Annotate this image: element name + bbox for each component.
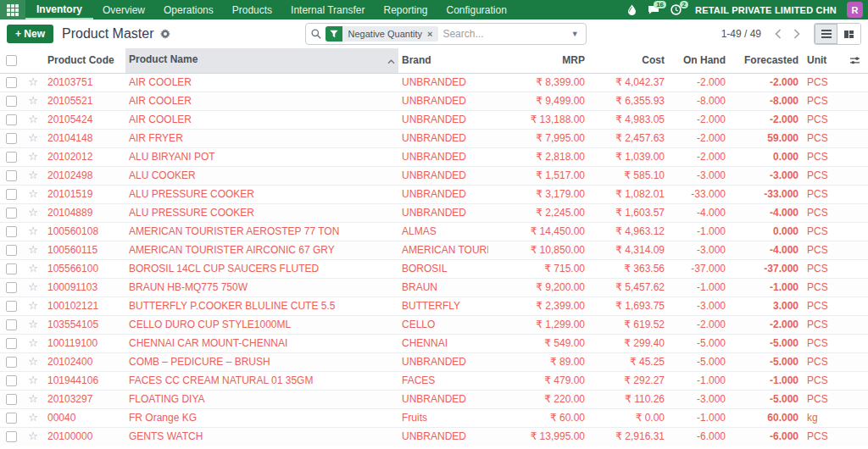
row-select-cell[interactable] [0,427,22,446]
star-icon[interactable]: ☆ [28,374,38,386]
cell-on-hand[interactable]: -2.000 [670,110,731,129]
row-favorite-cell[interactable]: ☆ [22,222,44,241]
table-row[interactable]: ☆20104889ALU PRESSURE COOKERUNBRANDED₹ 2… [0,203,868,222]
star-icon[interactable]: ☆ [28,336,38,349]
cell-mrp[interactable]: ₹ 7,995.00 [488,129,590,147]
menu-configuration[interactable]: Configuration [437,0,516,19]
row-select-cell[interactable] [0,222,22,241]
cell-product-code[interactable]: 20104148 [44,129,125,147]
cell-on-hand[interactable]: -1.000 [670,371,731,390]
row-select-cell[interactable] [0,297,22,315]
cell-forecasted[interactable]: -33.000 [731,185,804,203]
row-checkbox[interactable] [6,133,17,144]
cell-product-name[interactable]: BRAUN HB-MQ775 750W [125,278,398,297]
cell-forecasted[interactable]: -6.000 [731,427,804,446]
cell-forecasted[interactable]: -2.000 [731,73,804,91]
table-row[interactable]: ☆103554105CELLO DURO CUP STYLE1000MLCELL… [0,315,868,334]
row-select-cell[interactable] [0,185,22,203]
cell-forecasted[interactable]: -1.000 [731,371,804,390]
cell-unit[interactable]: PCS [804,297,841,315]
cell-unit[interactable]: PCS [804,166,841,185]
search-input[interactable] [442,28,565,40]
cell-brand[interactable]: CELLO [398,315,488,334]
cell-cost[interactable]: ₹ 5,457.62 [590,278,670,297]
row-checkbox[interactable] [6,319,17,330]
cell-on-hand[interactable]: -3.000 [670,297,731,315]
star-icon[interactable]: ☆ [28,94,38,107]
cell-product-code[interactable]: 20101519 [44,185,125,203]
row-checkbox[interactable] [6,245,17,256]
row-checkbox[interactable] [6,189,17,200]
row-favorite-cell[interactable]: ☆ [22,352,44,371]
cell-brand[interactable]: UNBRANDED [398,203,488,222]
cell-brand[interactable]: UNBRANDED [398,185,488,203]
cell-brand[interactable]: FACES [398,371,488,390]
row-checkbox[interactable] [6,96,17,107]
star-icon[interactable]: ☆ [28,318,38,330]
cell-unit[interactable]: PCS [804,129,841,147]
cell-on-hand[interactable]: -3.000 [670,390,731,408]
cell-product-code[interactable]: 100560108 [44,222,125,241]
cell-on-hand[interactable]: -5.000 [670,352,731,371]
column-header-brand[interactable]: Brand [398,48,488,73]
cell-mrp[interactable]: ₹ 9,499.00 [488,91,590,110]
cell-forecasted[interactable]: -4.000 [731,203,804,222]
cell-product-code[interactable]: 20104889 [44,203,125,222]
cell-mrp[interactable]: ₹ 220.00 [488,390,590,408]
cell-brand[interactable]: UNBRANDED [398,147,488,166]
cell-mrp[interactable]: ₹ 1,517.00 [488,166,590,185]
cell-unit[interactable]: PCS [804,110,841,129]
cell-cost[interactable]: ₹ 0.00 [590,408,670,427]
cell-mrp[interactable]: ₹ 10,850.00 [488,241,590,259]
row-favorite-cell[interactable]: ☆ [22,91,44,110]
row-favorite-cell[interactable]: ☆ [22,408,44,427]
table-row[interactable]: ☆20103751AIR COOLERUNBRANDED₹ 8,399.00₹ … [0,73,868,91]
cell-forecasted[interactable]: 3.000 [731,297,804,315]
cell-product-name[interactable]: ALU PRESSURE COOKER [125,203,398,222]
cell-on-hand[interactable]: -1.000 [670,408,731,427]
kanban-view-button[interactable] [837,24,860,44]
cell-brand[interactable]: CHENNAI [398,334,488,352]
cell-cost[interactable]: ₹ 4,314.09 [590,241,670,259]
star-icon[interactable]: ☆ [28,206,38,219]
star-icon[interactable]: ☆ [28,262,38,274]
cell-product-name[interactable]: CELLO DURO CUP STYLE1000ML [125,315,398,334]
table-row[interactable]: ☆20103297FLOATING DIYAUNBRANDED₹ 220.00₹… [0,390,868,408]
row-checkbox[interactable] [6,77,17,88]
menu-reporting[interactable]: Reporting [374,0,437,19]
column-header-forecasted[interactable]: Forecasted [731,48,804,73]
cell-on-hand[interactable]: -2.000 [670,315,731,334]
row-select-cell[interactable] [0,352,22,371]
cell-mrp[interactable]: ₹ 479.00 [488,371,590,390]
star-icon[interactable]: ☆ [28,169,38,181]
cell-product-code[interactable]: 100091103 [44,278,125,297]
cell-on-hand[interactable]: -33.000 [670,185,731,203]
cell-cost[interactable]: ₹ 1,039.00 [590,147,670,166]
optional-columns-header[interactable] [841,48,868,73]
cell-brand[interactable]: Fruits [398,408,488,427]
cell-on-hand[interactable]: -4.000 [670,203,731,222]
cell-cost[interactable]: ₹ 6,355.93 [590,91,670,110]
star-icon[interactable]: ☆ [28,411,38,424]
column-header-unit[interactable]: Unit [804,48,841,73]
cell-on-hand[interactable]: -2.000 [670,147,731,166]
cell-product-name[interactable]: ALU COOKER [125,166,398,185]
table-row[interactable]: ☆100119100CHENNAI CAR MOUNT-CHENNAICHENN… [0,334,868,352]
apps-menu-button[interactable] [0,0,25,19]
cell-brand[interactable]: UNBRANDED [398,427,488,446]
cell-product-name[interactable]: ALU BIRYANI POT [125,147,398,166]
cell-product-name[interactable]: CHENNAI CAR MOUNT-CHENNAI [125,334,398,352]
cell-unit[interactable]: PCS [804,427,841,446]
table-row[interactable]: ☆100560108AMERICAN TOURISTER AEROSTEP 77… [0,222,868,241]
cell-product-name[interactable]: AIR COOLER [125,91,398,110]
cell-forecasted[interactable]: 60.000 [731,408,804,427]
cell-on-hand[interactable]: -8.000 [670,91,731,110]
row-favorite-cell[interactable]: ☆ [22,166,44,185]
star-icon[interactable]: ☆ [28,131,38,144]
cell-on-hand[interactable]: -3.000 [670,241,731,259]
row-checkbox[interactable] [6,301,17,312]
row-favorite-cell[interactable]: ☆ [22,147,44,166]
cell-unit[interactable]: PCS [804,185,841,203]
menu-products[interactable]: Products [223,0,281,19]
cell-product-code[interactable]: 100102121 [44,297,125,315]
